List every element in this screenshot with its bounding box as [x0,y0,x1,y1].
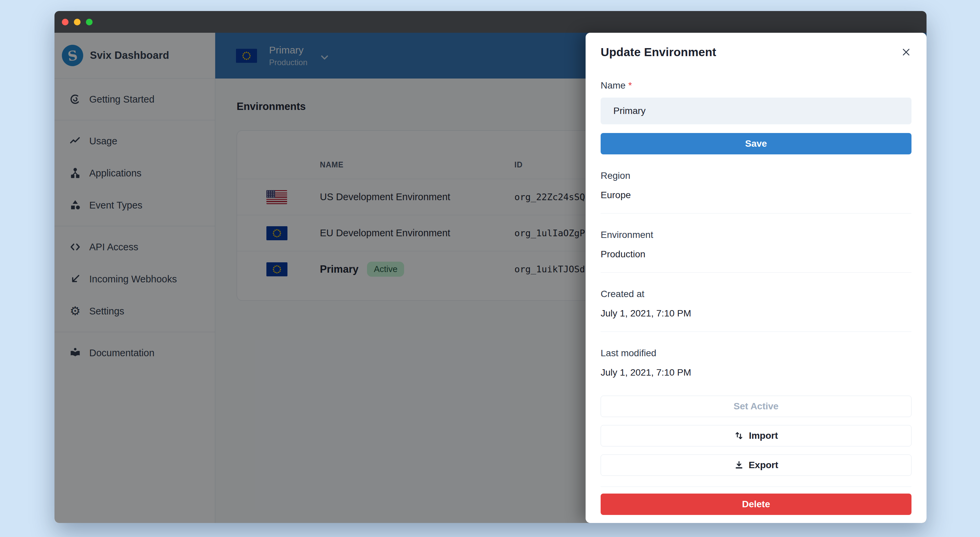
set-active-button[interactable]: Set Active [601,396,912,417]
required-marker: * [628,80,632,91]
import-button-label: Import [749,431,778,441]
environment-label: Environment [601,230,912,240]
name-field-label: Name* [601,80,912,91]
modal-header: Update Environment [601,45,912,59]
save-button[interactable]: Save [601,133,912,154]
environment-name-input[interactable] [601,98,912,124]
divider [601,332,912,332]
zoom-window-button[interactable] [86,19,92,25]
modal-title: Update Environment [601,45,716,59]
modal-actions: Set Active Import Export [601,396,912,523]
last-modified-label: Last modified [601,348,912,359]
created-at-value: July 1, 2021, 7:10 PM [601,308,912,319]
name-label-text: Name [601,80,626,91]
region-label: Region [601,170,912,181]
delete-button[interactable]: Delete [601,494,912,515]
close-window-button[interactable] [62,19,68,25]
environment-value: Production [601,249,912,260]
app-window: S Svix Dashboard Getting Started [54,11,926,523]
minimize-window-button[interactable] [74,19,81,25]
close-modal-button[interactable] [899,45,913,59]
export-button[interactable]: Export [601,454,912,476]
divider [601,272,912,273]
close-icon [901,47,911,57]
region-value: Europe [601,190,912,200]
import-button[interactable]: Import [601,425,912,446]
update-environment-modal: Update Environment Name* Save Region Eur… [585,33,926,523]
created-at-label: Created at [601,289,912,299]
window-titlebar [54,11,926,33]
import-arrows-icon [734,431,744,441]
download-icon [734,460,744,470]
desktop-background: S Svix Dashboard Getting Started [0,0,980,537]
divider [601,486,912,487]
last-modified-value: July 1, 2021, 7:10 PM [601,367,912,378]
export-button-label: Export [749,460,778,470]
